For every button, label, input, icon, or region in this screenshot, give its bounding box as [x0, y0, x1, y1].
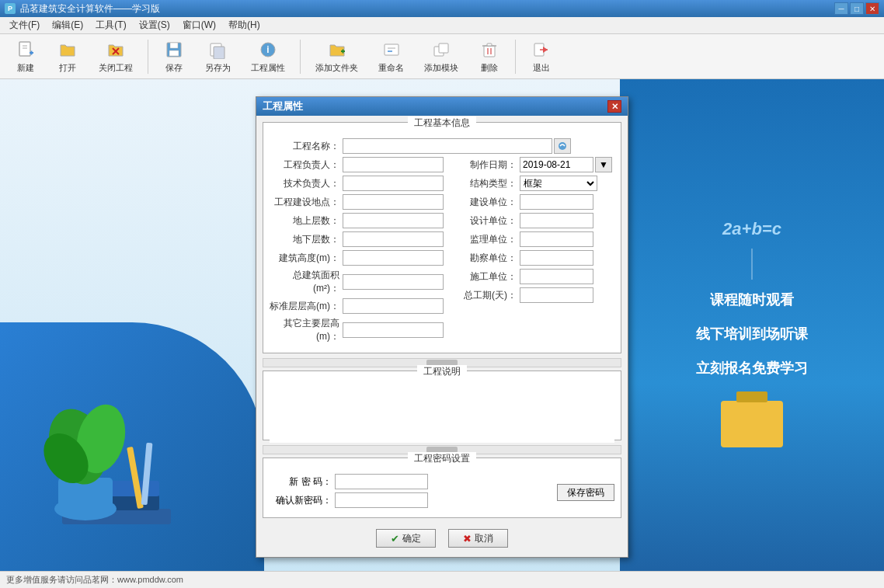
project-name-icon-btn[interactable] — [554, 138, 571, 154]
project-name-label: 工程名称： — [270, 140, 339, 153]
svg-rect-23 — [487, 43, 492, 46]
dialog-close-btn[interactable]: ✕ — [607, 100, 621, 113]
new-icon — [15, 39, 37, 61]
description-title: 工程说明 — [417, 365, 467, 378]
svg-rect-0 — [19, 42, 30, 56]
dialog-title: 工程属性 — [263, 99, 303, 113]
location-input[interactable] — [343, 194, 444, 210]
floors-above-input[interactable] — [343, 213, 444, 228]
minimize-btn[interactable]: ─ — [834, 2, 848, 15]
toolbar-exit-label: 退出 — [533, 62, 550, 74]
toolbar-save[interactable]: 保存 — [155, 35, 193, 78]
window-controls: ─ □ ✕ — [834, 2, 879, 15]
status-bar: 更多增值服务请访问品茗网：www.pmddw.com — [0, 571, 884, 588]
delete-icon — [479, 39, 500, 61]
std-floor-height-input[interactable] — [343, 298, 444, 314]
floors-below-input[interactable] — [343, 231, 444, 247]
save-password-btn[interactable]: 保存密码 — [557, 484, 614, 501]
construct-unit-row: 施工单位： — [447, 269, 614, 284]
other-floor-height-row: 其它主要层高(m)： — [270, 317, 444, 343]
confirm-password-input[interactable] — [335, 492, 428, 508]
structure-type-select[interactable]: 框架 剪力墙 框剪 砌体 — [520, 176, 597, 191]
toolbar-delete[interactable]: 删除 — [470, 35, 509, 78]
location-label: 工程建设地点： — [270, 196, 339, 209]
app-icon: P — [5, 3, 16, 14]
menu-edit[interactable]: 编辑(E) — [46, 17, 89, 33]
floors-above-label: 地上层数： — [270, 214, 339, 228]
saveas-icon — [207, 39, 229, 61]
toolbar-close[interactable]: 关闭工程 — [90, 35, 141, 78]
svg-rect-8 — [170, 43, 178, 48]
cancel-label: 取消 — [475, 532, 493, 545]
svg-rect-11 — [214, 47, 224, 59]
dialog-body: 工程基本信息 工程名称： — [256, 116, 628, 557]
std-floor-height-label: 标准层层高(m)： — [270, 300, 339, 313]
manager-row: 工程负责人： — [270, 157, 444, 172]
confirm-password-label: 确认新密码： — [270, 494, 332, 507]
ok-btn[interactable]: ✔ 确定 — [376, 529, 436, 548]
project-name-row: 工程名称： — [270, 138, 614, 154]
toolbar-save-label: 保存 — [165, 62, 183, 74]
construction-unit-input[interactable] — [520, 194, 593, 210]
ok-label: 确定 — [402, 532, 421, 545]
other-floor-height-input[interactable] — [343, 322, 444, 338]
date-picker-btn[interactable]: ▼ — [595, 157, 612, 172]
maximize-btn[interactable]: □ — [850, 2, 864, 15]
description-textarea[interactable] — [270, 381, 614, 443]
crossmark-icon: ✖ — [463, 533, 472, 545]
toolbar-rename[interactable]: 重命名 — [370, 35, 412, 78]
construct-unit-input[interactable] — [520, 269, 593, 284]
exit-icon — [531, 39, 552, 61]
total-duration-input[interactable] — [520, 287, 593, 303]
design-unit-row: 设计单位： — [447, 213, 614, 228]
basic-info-title: 工程基本信息 — [408, 117, 476, 130]
building-height-row: 建筑高度(m)： — [270, 250, 444, 266]
menu-file[interactable]: 文件(F) — [3, 17, 46, 33]
building-height-input[interactable] — [343, 250, 444, 266]
supervision-unit-input[interactable] — [520, 231, 593, 247]
design-unit-input[interactable] — [520, 213, 593, 228]
confirm-password-row: 确认新密码： — [270, 492, 541, 508]
make-date-input[interactable] — [520, 157, 593, 172]
svg-rect-9 — [169, 50, 179, 56]
toolbar-delete-label: 删除 — [481, 62, 498, 74]
project-name-input[interactable] — [343, 138, 552, 154]
svg-rect-21 — [484, 46, 495, 57]
toolbar-saveas-label: 另存为 — [205, 62, 231, 74]
menu-settings[interactable]: 设置(S) — [133, 17, 176, 33]
password-left: 新 密 码： 确认新密码： — [270, 474, 541, 511]
password-title: 工程密码设置 — [408, 452, 476, 465]
password-content: 新 密 码： 确认新密码： 保存密码 — [270, 474, 614, 511]
toolbar-addmodule-label: 添加模块 — [424, 62, 458, 74]
rename-icon — [381, 39, 402, 61]
dialog-footer: ✔ 确定 ✖ 取消 — [263, 523, 621, 551]
toolbar-saveas[interactable]: 另存为 — [197, 35, 239, 78]
menu-help[interactable]: 帮助(H) — [222, 17, 266, 33]
new-password-input[interactable] — [335, 474, 428, 489]
construction-unit-label: 建设单位： — [447, 196, 517, 209]
main-area: 2a+b=c 课程随时观看 线下培训到场听课 立刻报名免费学习 在线提问 工程属… — [0, 79, 884, 586]
survey-unit-input[interactable] — [520, 250, 593, 266]
total-area-input[interactable] — [343, 274, 444, 290]
toolbar-exit[interactable]: 退出 — [522, 35, 561, 78]
toolbar-addfolder[interactable]: 添加文件夹 — [307, 35, 367, 78]
construction-unit-row: 建设单位： — [447, 194, 614, 210]
sep3 — [515, 40, 516, 74]
toolbar-addmodule[interactable]: 添加模块 — [416, 35, 467, 78]
toolbar-new[interactable]: 新建 — [6, 35, 45, 78]
toolbar-properties[interactable]: i 工程属性 — [242, 35, 294, 78]
close-btn[interactable]: ✕ — [865, 2, 879, 15]
password-section: 工程密码设置 新 密 码： 确认新密码： — [263, 458, 621, 518]
manager-input[interactable] — [343, 157, 444, 172]
save-icon — [163, 39, 185, 61]
project-properties-dialog: 工程属性 ✕ 工程基本信息 工程名称： — [256, 96, 628, 558]
menu-window[interactable]: 窗口(W) — [176, 17, 222, 33]
cancel-btn[interactable]: ✖ 取消 — [448, 529, 508, 548]
menu-tools[interactable]: 工具(T) — [89, 17, 132, 33]
manager-label: 工程负责人： — [270, 158, 339, 172]
dialog-title-bar: 工程属性 ✕ — [256, 97, 628, 116]
svg-rect-16 — [385, 44, 398, 55]
toolbar-open[interactable]: 打开 — [48, 35, 87, 78]
tech-manager-input[interactable] — [343, 176, 444, 191]
location-row: 工程建设地点： — [270, 194, 444, 210]
